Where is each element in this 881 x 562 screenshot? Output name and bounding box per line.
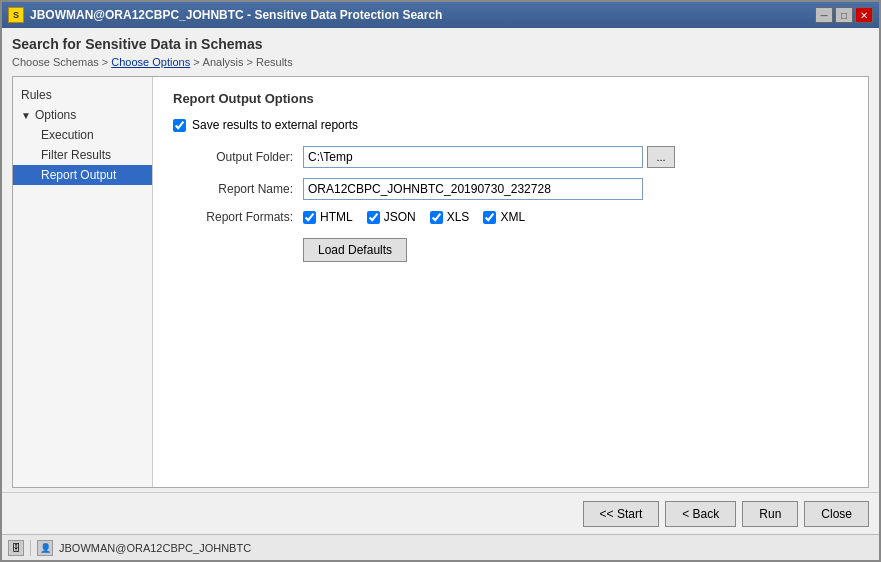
run-button[interactable]: Run bbox=[742, 501, 798, 527]
back-button[interactable]: < Back bbox=[665, 501, 736, 527]
right-panel: Report Output Options Save results to ex… bbox=[153, 77, 868, 487]
panel-title: Report Output Options bbox=[173, 91, 848, 106]
nav-item-report-output[interactable]: Report Output bbox=[13, 165, 152, 185]
report-name-row: Report Name: bbox=[173, 178, 848, 200]
breadcrumb-sep-2: > bbox=[193, 56, 199, 68]
nav-item-execution[interactable]: Execution bbox=[13, 125, 152, 145]
nav-filter-results-label: Filter Results bbox=[41, 148, 111, 162]
expand-icon-options: ▼ bbox=[21, 110, 31, 121]
main-window: S JBOWMAN@ORA12CBPC_JOHNBTC - Sensitive … bbox=[0, 0, 881, 562]
breadcrumb: Choose Schemas > Choose Options > Analys… bbox=[12, 56, 869, 68]
nav-options-label: Options bbox=[35, 108, 76, 122]
format-xls-checkbox[interactable] bbox=[430, 211, 443, 224]
format-xml-checkbox[interactable] bbox=[483, 211, 496, 224]
output-folder-input[interactable] bbox=[303, 146, 643, 168]
bottom-bar: << Start < Back Run Close bbox=[2, 492, 879, 534]
output-folder-row: Output Folder: ... bbox=[173, 146, 848, 168]
left-nav: Rules ▼ Options Execution Filter Results… bbox=[13, 77, 153, 487]
breadcrumb-sep-3: > bbox=[247, 56, 253, 68]
status-connection: JBOWMAN@ORA12CBPC_JOHNBTC bbox=[59, 542, 251, 554]
format-xls-label: XLS bbox=[447, 210, 470, 224]
close-button[interactable]: Close bbox=[804, 501, 869, 527]
maximize-button[interactable]: □ bbox=[835, 7, 853, 23]
window-icon: S bbox=[8, 7, 24, 23]
breadcrumb-choose-schemas[interactable]: Choose Schemas bbox=[12, 56, 99, 68]
breadcrumb-choose-options[interactable]: Choose Options bbox=[111, 56, 190, 68]
format-options: HTML JSON XLS XML bbox=[303, 210, 525, 224]
format-option-json: JSON bbox=[367, 210, 416, 224]
status-divider bbox=[30, 540, 31, 556]
nav-rules-label: Rules bbox=[21, 88, 52, 102]
report-name-input[interactable] bbox=[303, 178, 643, 200]
nav-report-output-label: Report Output bbox=[41, 168, 116, 182]
nav-item-rules[interactable]: Rules bbox=[13, 85, 152, 105]
report-formats-label: Report Formats: bbox=[173, 210, 303, 224]
breadcrumb-analysis: Analysis bbox=[203, 56, 244, 68]
title-buttons: ─ □ ✕ bbox=[815, 7, 873, 23]
report-name-label: Report Name: bbox=[173, 182, 303, 196]
start-button[interactable]: << Start bbox=[583, 501, 660, 527]
content-area: Search for Sensitive Data in Schemas Cho… bbox=[2, 28, 879, 492]
format-option-xls: XLS bbox=[430, 210, 470, 224]
window-title: JBOWMAN@ORA12CBPC_JOHNBTC - Sensitive Da… bbox=[30, 8, 442, 22]
browse-button[interactable]: ... bbox=[647, 146, 675, 168]
nav-item-options[interactable]: ▼ Options bbox=[13, 105, 152, 125]
main-body: Rules ▼ Options Execution Filter Results… bbox=[12, 76, 869, 488]
status-bar: 🗄 👤 JBOWMAN@ORA12CBPC_JOHNBTC bbox=[2, 534, 879, 560]
breadcrumb-sep-1: > bbox=[102, 56, 108, 68]
page-title: Search for Sensitive Data in Schemas bbox=[12, 36, 869, 52]
format-json-checkbox[interactable] bbox=[367, 211, 380, 224]
format-xml-label: XML bbox=[500, 210, 525, 224]
report-formats-row: Report Formats: HTML JSON XLS bbox=[173, 210, 848, 224]
format-option-html: HTML bbox=[303, 210, 353, 224]
save-results-label: Save results to external reports bbox=[192, 118, 358, 132]
load-defaults-button[interactable]: Load Defaults bbox=[303, 238, 407, 262]
window-icon-text: S bbox=[13, 10, 19, 20]
minimize-button[interactable]: ─ bbox=[815, 7, 833, 23]
title-bar-left: S JBOWMAN@ORA12CBPC_JOHNBTC - Sensitive … bbox=[8, 7, 442, 23]
nav-execution-label: Execution bbox=[41, 128, 94, 142]
status-db-icon: 🗄 bbox=[8, 540, 24, 556]
output-folder-label: Output Folder: bbox=[173, 150, 303, 164]
nav-item-filter-results[interactable]: Filter Results bbox=[13, 145, 152, 165]
title-bar: S JBOWMAN@ORA12CBPC_JOHNBTC - Sensitive … bbox=[2, 2, 879, 28]
format-option-xml: XML bbox=[483, 210, 525, 224]
breadcrumb-results: Results bbox=[256, 56, 293, 68]
format-json-label: JSON bbox=[384, 210, 416, 224]
format-html-checkbox[interactable] bbox=[303, 211, 316, 224]
format-html-label: HTML bbox=[320, 210, 353, 224]
save-checkbox-row: Save results to external reports bbox=[173, 118, 848, 132]
save-results-checkbox[interactable] bbox=[173, 119, 186, 132]
status-user-icon: 👤 bbox=[37, 540, 53, 556]
close-window-button[interactable]: ✕ bbox=[855, 7, 873, 23]
